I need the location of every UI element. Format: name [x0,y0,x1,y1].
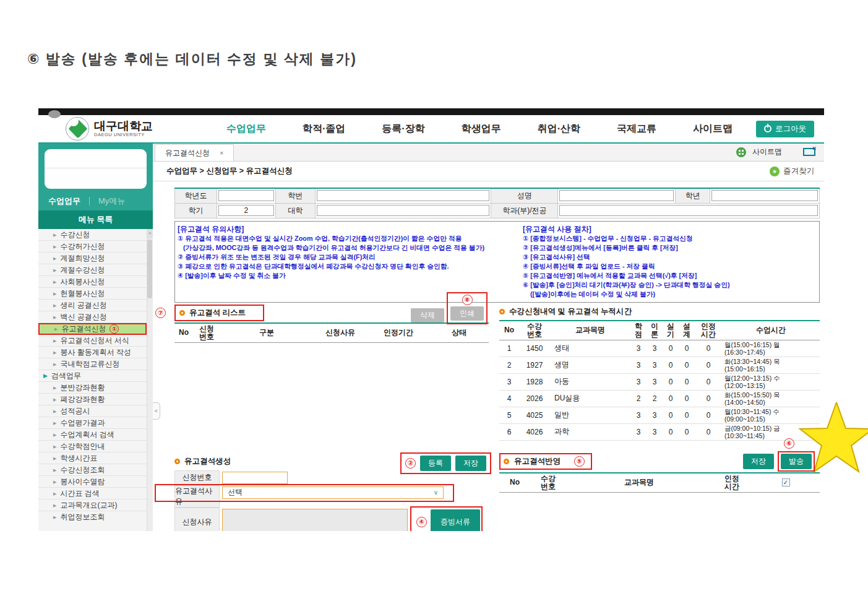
sidebar-menu-item[interactable]: ▶ 수강신청조회 [38,464,147,476]
delete-button[interactable]: 삭제 [411,308,444,322]
studentno-input[interactable] [317,190,490,201]
menu-item-label: 수업계획서 검색 [60,430,114,440]
sidebar-menu-item[interactable]: ▶ 취업정보조회 [38,511,147,523]
sidebar-menu-item[interactable]: ▶ 수업계획서 검색 [38,429,147,441]
sidebar-menu-item[interactable]: ▶ 폐강강좌현황 [38,394,147,405]
menu-arrow-icon: ▶ [53,430,56,440]
menu-scrollbar[interactable]: ^ [147,229,153,531]
sidebar-menu-item[interactable]: ▶ 사회봉사신청 [38,276,147,288]
cell-course-name: 과학 [550,423,630,440]
save-button[interactable]: 저장 [455,456,486,471]
select-all-checkbox[interactable]: ✓ [782,478,790,486]
university-logo[interactable]: 대구대학교 DAEGU UNIVERSITY [66,117,189,141]
cell-theory: 3 [647,373,663,390]
year-input[interactable] [218,190,274,201]
reason-textarea[interactable] [222,509,408,532]
nav-item[interactable]: 수업업무 [226,123,266,136]
document-tab[interactable]: 유고결석신청 × [155,144,234,161]
sidebar-menu-item[interactable]: ▶ 유고결석신청 ① [38,323,147,335]
cell-class-time: 화(13:30~14:45) 목(15:00~16:15) [722,357,820,373]
sidebar-menu-item[interactable]: ▶ 계절희망신청 [38,253,147,264]
app-header: 대구대학교 DAEGU UNIVERSITY 수업업무학적·졸업등록·장학학생업… [38,115,824,144]
cell-practice: 0 [663,390,679,407]
cell-course-name: 생명 [550,357,630,373]
tab-close-icon[interactable]: × [220,149,223,157]
sidebar-menu-item[interactable]: ▶ 분반강좌현황 [38,382,147,394]
nav-item[interactable]: 학적·졸업 [303,123,345,136]
grade-label: 학년 [676,188,710,203]
sidebar-menu-item[interactable]: ▶ 교과목개요(교과) [38,499,147,511]
sidebar-menu-item[interactable]: ▶ 수업평가결과 [38,417,147,429]
enrollment-row: 3 1928 아동 3 3 0 0 0 월(12:00~13:15) 수(12: [499,373,820,390]
send-button[interactable]: 발송 [781,454,812,469]
sidebar-menu-item[interactable]: ▶ 시간표 검색 [38,488,147,499]
favorite-button[interactable]: ★ 즐겨찾기 [770,166,814,176]
nav-item[interactable]: 사이트맵 [693,123,733,136]
sitemap-label[interactable]: 사이트맵 [752,147,782,157]
sidebar-menu-item[interactable]: ▶ 검색업무 [38,370,147,382]
apply-save-button[interactable]: 저장 [743,454,774,469]
grade-input[interactable] [711,190,818,201]
register-button[interactable]: 등록 [420,456,451,471]
college-input[interactable] [317,205,490,216]
cell-recognized-hours: 0 [695,373,722,390]
sidebar-menu-item[interactable]: ▶ 학생시간표 [38,452,147,464]
sidebar-menu-item[interactable]: ▶ 유고결석신청서 서식 [38,335,147,347]
menu-arrow-icon: ▶ [43,371,48,381]
menu-arrow-icon: ▶ [53,241,56,252]
notice-line: ① [종합정보시스템] - 수업업무 - 신청업무 - 유고결석신청 [523,234,818,243]
semester-input[interactable]: 2 [218,205,274,216]
dept-input[interactable] [559,205,818,216]
cell-theory: 2 [647,390,663,407]
logout-button[interactable]: 로그아웃 [756,121,814,137]
annotation-circle-5: ⑤ [574,456,585,467]
close-all-windows-icon[interactable] [803,148,815,156]
scroll-up-icon[interactable]: ^ [147,229,153,238]
cell-course-code: 4025 [519,407,550,423]
nav-item[interactable]: 학생업무 [462,123,501,136]
notice-line: ③ 폐강으로 인한 유고결석은 단과대학행정실에서 폐강과목 수강신청자 명단 … [178,262,523,271]
evidence-button[interactable]: 증빙서류 [431,509,480,531]
cell-theory: 3 [647,357,663,373]
sidebar-menu-item[interactable]: ▶ 국내학점교류신청 [38,358,147,370]
column-header: 인정 시간 [712,473,752,493]
sidebar-menu-item[interactable]: ▶ 봉사 활동계획서 작성 [38,347,147,358]
absence-create-section: 유고결석생성 ② 등록 저장 신청번호 [174,453,489,532]
cell-course-name: DU실용 [550,390,630,407]
cell-recognized-hours: 0 [695,423,722,440]
sidebar-menu-item[interactable]: ▶ 생리 공결신청 [38,300,147,311]
name-label: 성명 [491,188,558,203]
menu-arrow-icon: ▶ [53,312,56,322]
sidebar-collapse-handle[interactable]: < [153,402,160,420]
sidebar-tab-mymenu[interactable]: My메뉴 [98,196,125,207]
sidebar-menu-item[interactable]: ▶ 성적공시 [38,405,147,417]
sidebar-tab-work[interactable]: 수업업무 [48,196,80,207]
sidebar-menu-item[interactable]: ▶ 계절수강신청 [38,264,147,276]
cell-design: 0 [679,373,695,390]
column-header: 신청사유 [313,323,367,343]
cell-theory: 3 [647,423,663,440]
cell-no: 3 [499,373,519,390]
nav-item[interactable]: 국제교류 [617,123,656,136]
sidebar-menu-item[interactable]: ▶ 백신 공결신청 [38,311,147,323]
menu-item-label: 봉사이수열람 [60,477,105,487]
cell-no: 1 [499,340,519,357]
sidebar-menu-item[interactable]: ▶ 수강신청 [38,229,147,241]
sitemap-icon[interactable] [736,147,746,157]
cell-design: 0 [679,357,695,373]
scrollbar-thumb[interactable] [147,240,152,298]
sidebar-menu-item[interactable]: ▶ 봉사이수열람 [38,476,147,488]
name-input[interactable] [559,190,674,201]
print-button[interactable]: 인쇄 [450,306,484,321]
notice-line: ② 증빙서류가 위조 또는 변조된 것일 경우 해당 교과목 실격(F)처리 [178,253,523,262]
reason-type-select[interactable]: 선택 ∨ [222,486,444,499]
sidebar-menu-item[interactable]: ▶ 수강학점안내 [38,441,147,452]
request-no-input[interactable] [222,472,288,484]
cell-credit: 3 [630,340,647,357]
nav-item[interactable]: 취업·산학 [538,123,580,136]
menu-item-label: 수강학점안내 [60,441,105,452]
cell-no: 2 [499,357,519,373]
sidebar-menu-item[interactable]: ▶ 헌혈봉사신청 [38,288,147,300]
nav-item[interactable]: 등록·장학 [382,123,424,136]
sidebar-menu-item[interactable]: ▶ 수강허가신청 [38,241,147,253]
